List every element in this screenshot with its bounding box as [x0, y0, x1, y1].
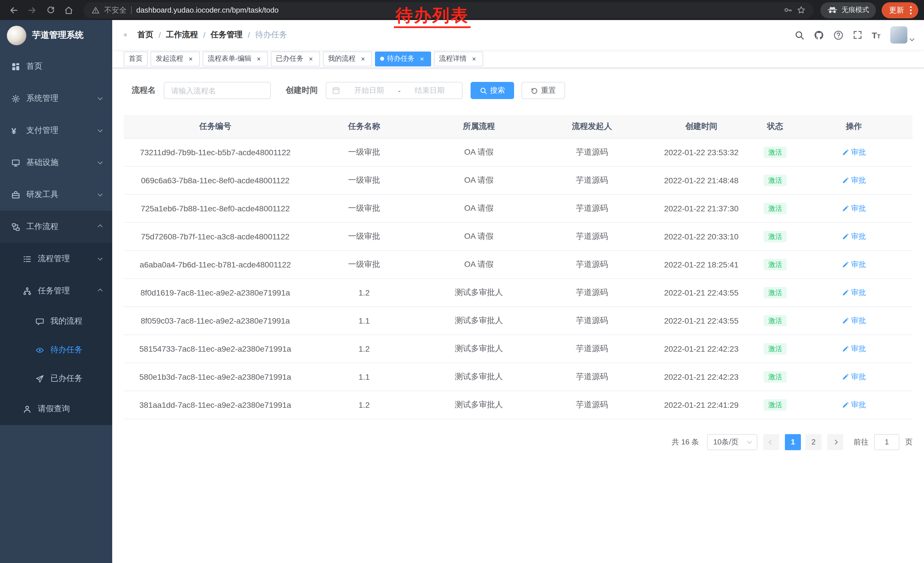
- sidebar-item-label: 请假查询: [38, 404, 102, 414]
- page-button-2[interactable]: 2: [806, 434, 822, 450]
- incognito-label: 无痕模式: [842, 5, 869, 15]
- tab-close-icon[interactable]: ×: [187, 55, 195, 63]
- todo-task-table: 任务编号任务名称所属流程流程发起人创建时间状态操作 73211d9d-7b9b-…: [124, 115, 912, 419]
- tab-process-detail[interactable]: 流程详情×: [434, 51, 483, 66]
- approve-link[interactable]: 审批: [842, 203, 866, 213]
- create-time-cell: 2022-01-21 22:42:23: [648, 335, 755, 363]
- status-cell: 激活: [755, 250, 795, 278]
- page-button-1[interactable]: 1: [785, 434, 801, 450]
- hamburger-icon[interactable]: [120, 30, 130, 40]
- breadcrumb-item[interactable]: 首页: [137, 30, 153, 40]
- help-icon[interactable]: [833, 30, 843, 40]
- browser-back-button[interactable]: [6, 2, 22, 18]
- status-badge: 激活: [764, 174, 787, 186]
- chevron-down-icon: [98, 95, 103, 100]
- breadcrumb-separator: /: [159, 30, 161, 39]
- column-header: 任务编号: [124, 115, 307, 138]
- date-range-picker[interactable]: 开始日期 - 结束日期: [326, 82, 463, 99]
- reset-button[interactable]: 重置: [522, 82, 565, 99]
- sidebar-item-process-mgmt[interactable]: 流程管理: [0, 243, 112, 275]
- bookmark-star-icon[interactable]: [797, 6, 806, 14]
- kebab-menu-icon[interactable]: [907, 6, 915, 15]
- sidebar-item-label: 我的流程: [50, 316, 102, 326]
- approve-link-label: 审批: [851, 287, 866, 297]
- sidebar-item-label: 系统管理: [26, 93, 99, 104]
- page-size-select[interactable]: 10条/页: [707, 434, 758, 450]
- browser-update-button[interactable]: 更新: [882, 2, 918, 18]
- chevron-down-icon: [98, 256, 103, 261]
- pen-icon: [842, 149, 849, 156]
- search-button[interactable]: 搜索: [471, 82, 514, 99]
- tab-form-edit[interactable]: 流程表单-编辑×: [202, 51, 268, 66]
- goto-page-input[interactable]: [874, 434, 899, 450]
- browser-forward-button[interactable]: [24, 2, 40, 18]
- github-icon[interactable]: [814, 30, 824, 40]
- pen-icon: [842, 177, 849, 183]
- approve-link[interactable]: 审批: [842, 287, 866, 297]
- tasks-icon: [23, 287, 32, 295]
- tab-close-icon[interactable]: ×: [255, 55, 263, 63]
- tab-close-icon[interactable]: ×: [418, 55, 426, 63]
- sidebar-item-devtools[interactable]: 研发工具: [0, 179, 112, 211]
- sidebar-item-my-process[interactable]: 我的流程: [0, 307, 112, 336]
- password-key-icon[interactable]: [784, 6, 792, 14]
- approve-link[interactable]: 审批: [842, 399, 866, 410]
- process-name-input[interactable]: [164, 82, 271, 99]
- task-name-cell: 一级审批: [307, 250, 422, 278]
- breadcrumb-item[interactable]: 任务管理: [211, 30, 243, 40]
- app-logo[interactable]: 芋道管理系统: [0, 20, 112, 50]
- breadcrumb-item[interactable]: 工作流程: [166, 30, 198, 40]
- create-time-cell: 2022-01-21 22:41:29: [648, 390, 755, 419]
- status-badge: 激活: [764, 371, 787, 382]
- sidebar-item-task-mgmt[interactable]: 任务管理: [0, 275, 112, 307]
- browser-refresh-button[interactable]: [42, 2, 58, 18]
- sidebar-item-infra[interactable]: 基础设施: [0, 147, 112, 179]
- prev-page-button[interactable]: [763, 434, 779, 450]
- chevron-down-icon: [98, 159, 103, 164]
- sidebar-menu: 首页系统管理¥支付管理基础设施研发工具工作流程流程管理任务管理我的流程待办任务已…: [0, 50, 112, 425]
- workflow-icon: [12, 222, 20, 231]
- tab-close-icon[interactable]: ×: [470, 55, 478, 63]
- tab-home[interactable]: 首页: [124, 51, 148, 66]
- approve-link[interactable]: 审批: [842, 231, 866, 242]
- chevron-right-icon: [833, 440, 838, 444]
- status-badge: 激活: [764, 231, 787, 242]
- search-icon[interactable]: [794, 30, 804, 40]
- table-row: 73211d9d-7b9b-11ec-b5b7-acde48001122一级审批…: [124, 138, 912, 166]
- tab-close-icon[interactable]: ×: [307, 55, 315, 63]
- page-size-value: 10条/页: [713, 437, 738, 447]
- sidebar-item-home[interactable]: 首页: [0, 50, 112, 83]
- approve-link[interactable]: 审批: [842, 371, 866, 382]
- sidebar-item-system[interactable]: 系统管理: [0, 83, 112, 114]
- approve-link[interactable]: 审批: [842, 175, 866, 185]
- tab-close-icon[interactable]: ×: [359, 55, 367, 63]
- tab-todo-task[interactable]: 待办任务×: [375, 51, 431, 66]
- status-badge: 激活: [764, 343, 787, 354]
- action-cell: 审批: [795, 138, 912, 166]
- sidebar-item-leave-query[interactable]: 请假查询: [0, 393, 112, 425]
- breadcrumb: 首页/工作流程/任务管理/待办任务: [137, 30, 287, 40]
- approve-link[interactable]: 审批: [842, 259, 866, 269]
- sidebar-item-done-task[interactable]: 已办任务: [0, 364, 112, 393]
- approve-link[interactable]: 审批: [842, 147, 866, 157]
- process-cell: 测试多审批人: [422, 390, 536, 419]
- approve-link[interactable]: 审批: [842, 315, 866, 326]
- next-page-button[interactable]: [827, 434, 843, 450]
- sidebar-item-payment[interactable]: ¥支付管理: [0, 114, 112, 147]
- column-header: 操作: [795, 115, 912, 138]
- tab-my-process[interactable]: 我的流程×: [323, 51, 372, 66]
- fullscreen-icon[interactable]: [853, 30, 862, 39]
- browser-home-button[interactable]: [61, 2, 77, 18]
- tab-launch-process[interactable]: 发起流程×: [151, 51, 200, 66]
- navbar-actions: TT: [794, 26, 914, 44]
- task-name-cell: 1.2: [307, 278, 422, 306]
- tab-done-task[interactable]: 已办任务×: [271, 51, 320, 66]
- annotation-overlay: 待办列表: [394, 6, 471, 28]
- status-cell: 激活: [755, 166, 795, 194]
- not-secure-warning-icon: [92, 6, 100, 14]
- approve-link[interactable]: 审批: [842, 343, 866, 354]
- font-size-icon[interactable]: TT: [872, 31, 880, 39]
- sidebar-item-workflow[interactable]: 工作流程: [0, 211, 112, 243]
- sidebar-item-todo-task[interactable]: 待办任务: [0, 336, 112, 364]
- user-avatar[interactable]: [890, 26, 914, 44]
